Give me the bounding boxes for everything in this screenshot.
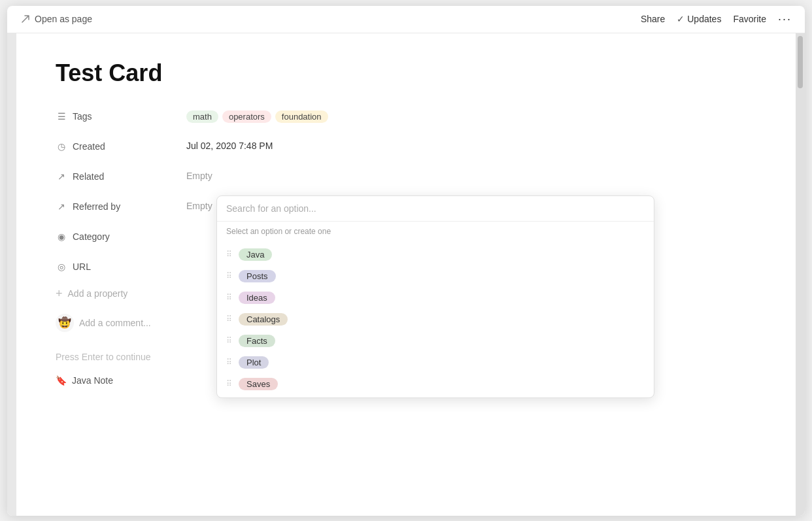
- open-page-icon: [20, 14, 31, 24]
- drag-handle: ⠿: [226, 314, 232, 324]
- option-tag: Java: [239, 248, 272, 261]
- created-row: ◷ Created Jul 02, 2020 7:48 PM: [56, 137, 756, 160]
- dropdown-helper-text: Select an option or create one: [217, 222, 654, 241]
- dropdown-list: ⠿ Java ⠿ Posts ⠿ Ideas ⠿ Catalogs ⠿ Fact…: [217, 241, 654, 397]
- more-options-button[interactable]: ···: [778, 12, 792, 26]
- drag-handle: ⠿: [226, 379, 232, 388]
- drag-handle: ⠿: [226, 293, 232, 302]
- related-label: ↗ Related: [56, 167, 186, 182]
- tags-value[interactable]: math operators foundation: [186, 107, 756, 123]
- dropdown-item[interactable]: ⠿ Plot: [217, 352, 654, 373]
- url-label: ◎ URL: [56, 257, 186, 273]
- drag-handle: ⠿: [226, 271, 232, 280]
- updates-button[interactable]: ✓ Updates: [677, 14, 721, 24]
- topbar-actions: Share ✓ Updates Favorite ···: [641, 12, 792, 26]
- tags-label: ☰ Tags: [56, 107, 186, 122]
- dropdown-item[interactable]: ⠿ Facts: [217, 330, 654, 352]
- dropdown-item[interactable]: ⠿ Saves: [217, 373, 654, 395]
- drag-handle: ⠿: [226, 336, 232, 345]
- option-tag: Plot: [239, 356, 269, 369]
- related-value[interactable]: Empty: [186, 167, 756, 181]
- option-tag: Ideas: [239, 292, 275, 304]
- referred-by-label: ↗ Referred by: [56, 197, 186, 212]
- page-title: Test Card: [56, 59, 756, 87]
- created-value: Jul 02, 2020 7:48 PM: [186, 137, 756, 151]
- user-avatar: 🤠: [56, 314, 74, 332]
- topbar: Open as page Share ✓ Updates Favorite ··…: [7, 6, 805, 33]
- category-dropdown: Select an option or create one ⠿ Java ⠿ …: [216, 195, 654, 398]
- created-label: ◷ Created: [56, 137, 186, 152]
- created-icon: ◷: [56, 141, 67, 152]
- referred-by-icon: ↗: [56, 201, 67, 212]
- option-tag: Saves: [239, 378, 278, 390]
- dropdown-item[interactable]: ⠿ Catalogs: [217, 309, 654, 330]
- tag-foundation[interactable]: foundation: [275, 110, 328, 123]
- url-icon: ◎: [56, 261, 67, 273]
- option-tag: Facts: [239, 335, 275, 347]
- drag-handle: ⠿: [226, 250, 232, 259]
- dropdown-search-input[interactable]: [226, 203, 645, 214]
- category-icon: ◉: [56, 231, 67, 243]
- dropdown-item[interactable]: ⠿ Ideas: [217, 287, 654, 309]
- tags-row: ☰ Tags math operators foundation: [56, 107, 756, 130]
- dropdown-item[interactable]: ⠿ Java: [217, 244, 654, 265]
- tags-icon: ☰: [56, 110, 67, 122]
- bookmark-icon: 🔖: [56, 375, 67, 386]
- drag-handle: ⠿: [226, 358, 232, 367]
- tag-math[interactable]: math: [186, 110, 218, 123]
- check-icon: ✓: [677, 14, 685, 24]
- tag-operators[interactable]: operators: [222, 110, 271, 123]
- add-property-icon: +: [56, 287, 63, 301]
- main-panel: Open as page Share ✓ Updates Favorite ··…: [7, 6, 805, 516]
- scrollbar[interactable]: [796, 33, 805, 516]
- favorite-button[interactable]: Favorite: [733, 14, 766, 24]
- left-strip: [7, 33, 16, 516]
- share-button[interactable]: Share: [641, 14, 665, 24]
- scrollbar-thumb[interactable]: [798, 36, 803, 88]
- option-tag: Posts: [239, 270, 276, 282]
- category-label: ◉ Category: [56, 227, 186, 243]
- related-icon: ↗: [56, 171, 67, 182]
- dropdown-search-area[interactable]: [217, 196, 654, 222]
- open-as-page-button[interactable]: Open as page: [20, 14, 92, 24]
- dropdown-item[interactable]: ⠿ Posts: [217, 265, 654, 287]
- related-row: ↗ Related Empty: [56, 167, 756, 190]
- option-tag: Catalogs: [239, 313, 288, 326]
